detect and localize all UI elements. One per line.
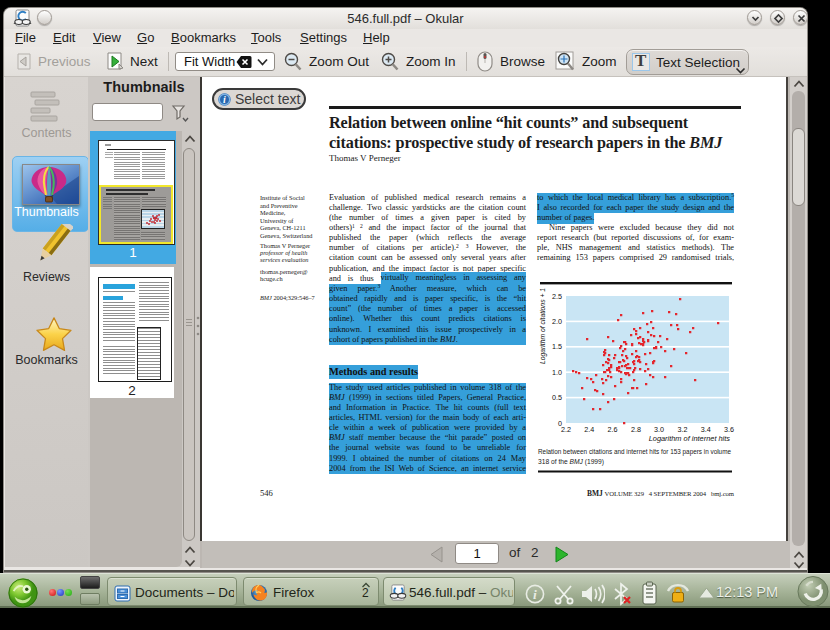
svg-text:2.5: 2.5 [552,292,562,301]
svg-text:3.0: 3.0 [654,425,664,434]
svg-text:2.0: 2.0 [552,317,562,326]
svg-text:i: i [223,94,226,105]
svg-text:3.4: 3.4 [701,425,711,434]
svg-text:2.8: 2.8 [631,425,641,434]
svg-text:Logarithm of citations + 1: Logarithm of citations + 1 [539,288,547,364]
svg-text:3.2: 3.2 [677,425,687,434]
svg-text:318 of the BMJ (1999): 318 of the BMJ (1999) [538,457,604,466]
svg-text:1.0: 1.0 [552,368,562,377]
svg-text:Logarithm of internet hits: Logarithm of internet hits [649,434,731,443]
svg-text:2.2: 2.2 [561,425,571,434]
svg-text:1.5: 1.5 [552,342,562,351]
svg-text:i: i [533,587,537,602]
svg-text:Relation between citations and: Relation between citations and internet … [538,447,731,456]
svg-text:2.4: 2.4 [584,425,594,434]
svg-text:2.6: 2.6 [608,425,618,434]
svg-text:0.5: 0.5 [552,393,562,402]
svg-text:3.6: 3.6 [724,425,734,434]
